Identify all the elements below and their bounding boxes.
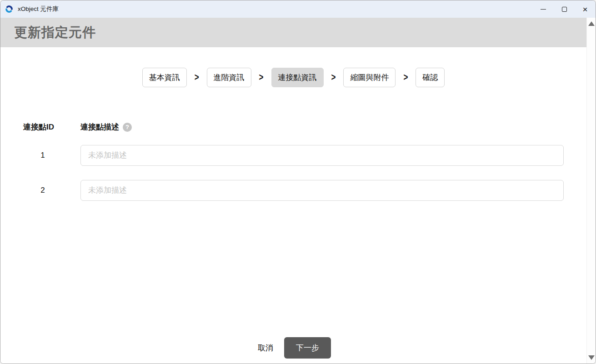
table-row: 2	[23, 180, 564, 201]
minimize-button[interactable]	[533, 0, 554, 18]
vertical-scrollbar[interactable]	[586, 18, 596, 364]
step-advanced-info[interactable]: 進階資訊	[207, 68, 251, 87]
chevron-right-icon: >	[195, 72, 199, 83]
maximize-button[interactable]	[554, 0, 575, 18]
next-button[interactable]: 下一步	[284, 337, 331, 359]
step-thumbnail-attachments[interactable]: 縮圖與附件	[343, 68, 396, 87]
column-header-id: 連接點ID	[23, 122, 62, 132]
app-window: xObject 元件庫 × 更新指定元件 基本資訊 >	[0, 0, 596, 364]
titlebar: xObject 元件庫 ×	[0, 0, 596, 18]
table-row: 1	[23, 145, 564, 166]
help-icon[interactable]: ?	[123, 123, 132, 132]
wizard-steps: 基本資訊 > 進階資訊 > 連接點資訊 > 縮圖與附件 > 確認	[0, 68, 586, 87]
scroll-up-icon[interactable]	[588, 21, 595, 26]
connection-point-table: 連接點ID 連接點描述 ? 1 2	[23, 122, 564, 215]
close-icon: ×	[582, 5, 587, 14]
page-header: 更新指定元件	[0, 18, 586, 47]
column-header-description-label: 連接點描述	[80, 122, 119, 132]
description-input-1[interactable]	[80, 145, 564, 166]
step-connection-points[interactable]: 連接點資訊	[271, 68, 324, 87]
column-header-description: 連接點描述 ?	[80, 122, 564, 132]
maximize-icon	[562, 7, 567, 12]
cancel-button[interactable]: 取消	[256, 339, 275, 357]
description-input-2[interactable]	[80, 180, 564, 201]
page-title: 更新指定元件	[14, 24, 96, 42]
chevron-right-icon: >	[259, 72, 264, 83]
chevron-right-icon: >	[403, 72, 408, 83]
connection-point-id: 2	[23, 186, 62, 195]
step-basic-info[interactable]: 基本資訊	[142, 68, 187, 87]
window-title: xObject 元件庫	[18, 5, 59, 13]
scroll-down-icon[interactable]	[588, 355, 595, 360]
close-button[interactable]: ×	[575, 0, 596, 18]
footer-actions: 取消 下一步	[0, 337, 586, 359]
window-controls: ×	[533, 0, 596, 18]
content-area: 基本資訊 > 進階資訊 > 連接點資訊 > 縮圖與附件 > 確認 連接點ID 連…	[0, 47, 586, 364]
table-header-row: 連接點ID 連接點描述 ?	[23, 122, 564, 132]
chevron-right-icon: >	[331, 72, 336, 83]
connection-point-id: 1	[23, 151, 62, 160]
app-icon	[5, 5, 13, 13]
step-confirm[interactable]: 確認	[416, 68, 445, 87]
minimize-icon	[541, 9, 546, 10]
